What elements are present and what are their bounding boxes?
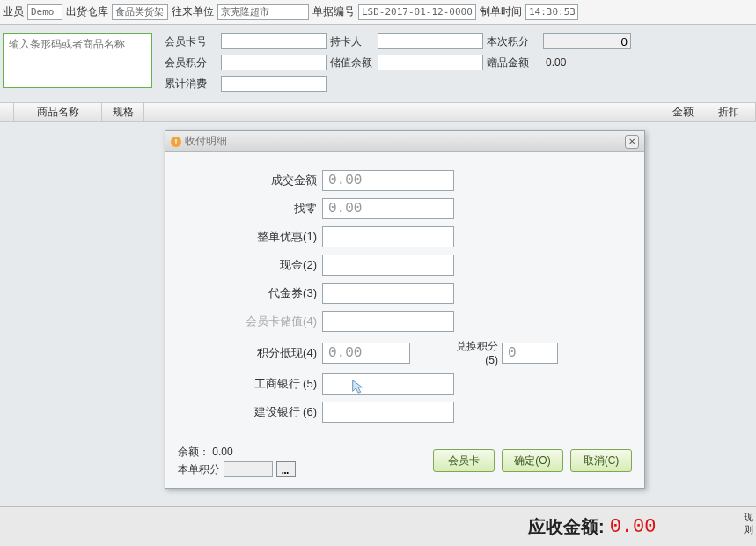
point-cash-input[interactable] bbox=[322, 343, 410, 364]
order-points-more-button[interactable]: … bbox=[276, 461, 296, 477]
order-points-label: 本单积分 bbox=[178, 461, 220, 477]
total-input[interactable] bbox=[221, 76, 327, 92]
point-cash-label: 积分抵现(4) bbox=[181, 345, 322, 361]
dialog-balance-value: 0.00 bbox=[212, 446, 232, 458]
col-amount: 金额 bbox=[664, 102, 701, 122]
col-discount: 折扣 bbox=[701, 102, 756, 122]
sales-input[interactable] bbox=[27, 4, 62, 20]
member-card-label: 会员卡号 bbox=[165, 34, 217, 49]
gift-value: 0.00 bbox=[543, 56, 631, 69]
warehouse-label: 出货仓库 bbox=[66, 4, 108, 19]
billno-input[interactable] bbox=[358, 4, 476, 20]
exchange-points-input[interactable] bbox=[502, 343, 558, 364]
balance-input[interactable] bbox=[378, 55, 483, 70]
cash-label: 现金(2) bbox=[181, 257, 322, 273]
bottom-bar: 应收金额: 0.00 现 则 bbox=[0, 506, 756, 546]
voucher-input[interactable] bbox=[322, 283, 454, 304]
payment-detail-dialog: ! 收付明细 ✕ 成交金额 找零 整单优惠(1) 现金(2) 代金券(3) 会员… bbox=[165, 130, 645, 489]
deal-amount-label: 成交金额 bbox=[181, 173, 322, 188]
barcode-search-box[interactable] bbox=[3, 33, 152, 88]
side-text-1: 现 bbox=[744, 511, 753, 523]
time-input[interactable] bbox=[525, 4, 578, 20]
thispoints-input bbox=[543, 33, 631, 49]
change-label: 找零 bbox=[181, 201, 322, 217]
ok-button[interactable]: 确定(O) bbox=[502, 449, 563, 472]
cash-input[interactable] bbox=[322, 255, 454, 276]
cancel-button[interactable]: 取消(C) bbox=[570, 449, 632, 472]
time-label: 制单时间 bbox=[480, 4, 522, 19]
icbc-label: 工商银行 (5) bbox=[181, 376, 322, 392]
dialog-titlebar: ! 收付明细 ✕ bbox=[165, 131, 644, 152]
col-product-name: 商品名称 bbox=[14, 102, 102, 122]
balance-label: 储值余额 bbox=[330, 55, 374, 70]
holder-label: 持卡人 bbox=[330, 34, 374, 49]
card-balance-input[interactable] bbox=[322, 311, 454, 332]
warehouse-input[interactable] bbox=[112, 4, 168, 20]
col-spec: 规格 bbox=[102, 102, 144, 122]
member-card-input[interactable] bbox=[221, 33, 327, 49]
due-amount-label: 应收金额: bbox=[528, 515, 605, 539]
deal-amount-input[interactable] bbox=[322, 170, 454, 191]
gift-label: 赠品金额 bbox=[487, 55, 539, 70]
holder-input[interactable] bbox=[378, 33, 483, 49]
voucher-label: 代金券(3) bbox=[181, 285, 322, 301]
barcode-search-input[interactable] bbox=[4, 34, 151, 54]
dialog-title-text: 收付明细 bbox=[185, 134, 227, 149]
partner-input[interactable] bbox=[217, 4, 309, 20]
change-input[interactable] bbox=[322, 198, 454, 219]
order-points-input[interactable] bbox=[224, 461, 273, 477]
order-discount-input[interactable] bbox=[322, 226, 454, 247]
points-label: 会员积分 bbox=[165, 55, 217, 70]
member-card-button[interactable]: 会员卡 bbox=[433, 449, 495, 472]
points-input[interactable] bbox=[221, 55, 327, 70]
warning-icon: ! bbox=[171, 136, 181, 147]
card-balance-label: 会员卡储值(4) bbox=[181, 314, 322, 329]
side-text-2: 则 bbox=[744, 523, 753, 535]
member-info-grid: 会员卡号 持卡人 本次积分 会员积分 储值余额 赠品金额 0.00 累计消费 bbox=[165, 33, 631, 92]
icbc-input[interactable] bbox=[322, 373, 454, 395]
grid-header: 商品名称 规格 金额 折扣 bbox=[0, 102, 756, 122]
ccb-input[interactable] bbox=[322, 402, 454, 423]
thispoints-label: 本次积分 bbox=[487, 34, 539, 49]
partner-label: 往来单位 bbox=[172, 4, 214, 19]
dialog-close-button[interactable]: ✕ bbox=[625, 135, 639, 149]
dialog-balance-label: 余额： bbox=[178, 446, 209, 458]
top-toolbar: 业员 出货仓库 往来单位 单据编号 制单时间 bbox=[0, 0, 756, 25]
exchange-points-label: 兑换积分(5) bbox=[445, 339, 502, 366]
sales-label: 业员 bbox=[3, 4, 24, 19]
order-discount-label: 整单优惠(1) bbox=[181, 229, 322, 245]
total-label: 累计消费 bbox=[165, 77, 217, 92]
ccb-label: 建设银行 (6) bbox=[181, 404, 322, 420]
due-amount-value: 0.00 bbox=[610, 516, 657, 538]
billno-label: 单据编号 bbox=[312, 4, 355, 19]
